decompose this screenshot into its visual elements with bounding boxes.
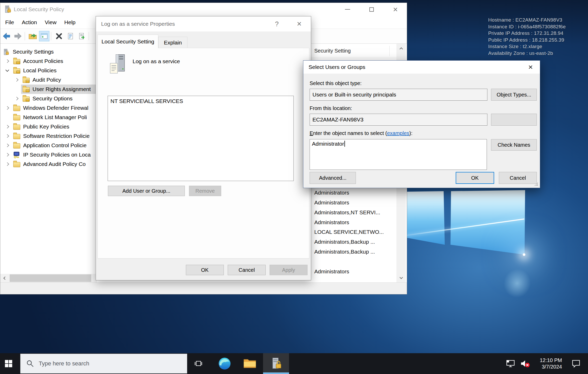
chevron-right-icon[interactable] — [5, 153, 9, 157]
cancel-button[interactable]: Cancel — [228, 265, 266, 275]
tree-item-windows-defender-firewall[interactable]: Windows Defender Firewal — [0, 103, 97, 113]
location-field[interactable]: EC2AMAZ-FAN98V3 — [310, 114, 487, 126]
list-item[interactable]: Administrators — [314, 268, 349, 275]
folder-icon — [13, 162, 20, 167]
tree-item-label: Account Policies — [23, 56, 63, 66]
menu-action[interactable]: Action — [18, 16, 41, 29]
menu-view[interactable]: View — [41, 16, 60, 29]
export-folder-icon[interactable] — [28, 31, 38, 41]
advanced-button[interactable]: Advanced... — [310, 172, 356, 184]
cancel-button[interactable]: Cancel — [499, 172, 537, 184]
scrollbar-thumb[interactable] — [10, 274, 91, 282]
tree-item-account-policies[interactable]: Account Policies — [0, 56, 97, 66]
chevron-down-icon[interactable] — [5, 68, 9, 72]
chevron-right-icon[interactable] — [5, 134, 9, 138]
object-types-button[interactable]: Object Types... — [491, 89, 537, 101]
window-title: Local Security Policy — [14, 3, 64, 16]
folder-icon — [13, 125, 20, 130]
show-console-tree-icon[interactable] — [39, 31, 49, 41]
tree-item-security-options[interactable]: Security Options — [0, 94, 97, 103]
tab-local-security-setting[interactable]: Local Security Setting — [97, 35, 158, 48]
network-icon[interactable] — [504, 353, 518, 374]
chevron-right-icon[interactable] — [5, 162, 9, 166]
add-user-or-group-button[interactable]: Add User or Group... — [108, 186, 185, 196]
windows-logo-icon — [5, 360, 12, 367]
examples-link[interactable]: examples — [387, 130, 409, 136]
tree-item-label: Software Restriction Policie — [23, 131, 90, 141]
locations-button[interactable] — [491, 114, 537, 126]
object-type-field[interactable]: Users or Built-in security principals — [310, 89, 487, 101]
list-item[interactable]: Administrators,Backup ... — [314, 248, 375, 255]
dialog-title: Log on as a service Properties — [101, 16, 175, 31]
menu-file[interactable]: File — [1, 16, 18, 29]
members-listbox[interactable]: NT SERVICE\ALL SERVICES — [108, 96, 294, 181]
tab-explain[interactable]: Explain — [158, 37, 187, 48]
member-entry[interactable]: NT SERVICE\ALL SERVICES — [110, 98, 183, 104]
chevron-right-icon[interactable] — [5, 106, 9, 110]
list-item[interactable]: Administrators — [314, 199, 349, 206]
start-button[interactable] — [0, 353, 17, 374]
back-icon[interactable] — [1, 31, 12, 41]
list-item[interactable]: Administrators,NT SERVI... — [314, 209, 380, 216]
search-input[interactable]: Type here to search — [20, 354, 187, 373]
window-status-strip — [0, 282, 407, 294]
list-item[interactable]: LOCAL SERVICE,NETWO... — [314, 229, 384, 235]
folder-icon — [13, 115, 20, 120]
scroll-down-icon[interactable] — [396, 273, 406, 282]
close-icon[interactable]: × — [291, 16, 307, 31]
tree-item-ip-security-policies[interactable]: IP Security Policies on Loca — [0, 150, 97, 159]
ec2-private-ip: Private IP Address : 172.31.28.94 — [488, 30, 566, 37]
location-label: From this location: — [310, 105, 352, 111]
maximize-button[interactable] — [365, 3, 378, 16]
forward-icon[interactable] — [13, 31, 23, 41]
list-item[interactable]: Administrators,Backup ... — [314, 238, 375, 245]
menu-help[interactable]: Help — [60, 16, 79, 29]
edge-icon[interactable] — [215, 353, 234, 374]
dialog-titlebar[interactable]: Log on as a service Properties ? × — [96, 16, 311, 31]
chevron-right-icon[interactable] — [15, 97, 18, 100]
close-button[interactable]: × — [389, 3, 402, 16]
tree-item-label: Windows Defender Firewal — [23, 103, 88, 113]
tree-item-local-policies[interactable]: Local Policies — [0, 66, 97, 75]
delete-icon[interactable] — [54, 31, 64, 41]
ok-button[interactable]: OK — [456, 172, 494, 184]
scroll-up-icon[interactable] — [396, 44, 406, 53]
column-header-security-setting[interactable]: Security Setting — [311, 44, 396, 58]
list-item[interactable]: Administrators — [314, 189, 349, 196]
tree-item-security-settings[interactable]: Security Settings — [0, 47, 97, 56]
tree-item-user-rights-assignment[interactable]: User Rights Assignment — [0, 85, 97, 94]
volume-muted-icon[interactable] — [518, 353, 532, 374]
help-icon[interactable]: ? — [271, 16, 283, 31]
horizontal-scrollbar[interactable] — [0, 274, 97, 282]
window-titlebar[interactable]: Local Security Policy × — [0, 3, 407, 16]
ec2-availability-zone: Availability Zone : us-east-2b — [488, 50, 566, 57]
search-icon — [26, 360, 34, 367]
chevron-right-icon[interactable] — [5, 59, 9, 63]
taskbar-clock[interactable]: 12:10 PM 3/7/2024 — [533, 353, 562, 374]
local-security-policy-taskbar-icon[interactable] — [263, 353, 289, 374]
scroll-left-icon[interactable] — [0, 274, 9, 282]
tree-item-public-key-policies[interactable]: Public Key Policies — [0, 122, 97, 131]
check-names-button[interactable]: Check Names — [491, 139, 537, 151]
tree-item-advanced-audit-policy[interactable]: Advanced Audit Policy Co — [0, 159, 97, 169]
ok-button[interactable]: OK — [186, 265, 224, 275]
chevron-right-icon[interactable] — [5, 144, 9, 147]
chevron-right-icon[interactable] — [5, 125, 9, 128]
folder-icon — [13, 143, 20, 149]
tree-item-network-list-manager[interactable]: Network List Manager Poli — [0, 113, 97, 122]
export-list-icon[interactable] — [77, 31, 87, 41]
task-view-button[interactable] — [190, 353, 207, 374]
chevron-right-icon[interactable] — [15, 78, 18, 82]
tree-item-audit-policy[interactable]: Audit Policy — [0, 75, 97, 85]
close-icon[interactable]: × — [525, 61, 536, 74]
dialog-titlebar[interactable]: Select Users or Groups × — [303, 61, 540, 74]
file-explorer-icon[interactable] — [240, 353, 259, 374]
object-names-input[interactable]: Administrator — [310, 139, 487, 170]
properties-icon[interactable] — [65, 31, 76, 41]
list-item[interactable]: Administrators — [314, 219, 349, 226]
tree-item-application-control[interactable]: Application Control Policie — [0, 141, 97, 150]
minimize-button[interactable] — [341, 3, 354, 16]
action-center-icon[interactable] — [568, 353, 584, 374]
tree-item-software-restriction[interactable]: Software Restriction Policie — [0, 131, 97, 141]
column-divider[interactable] — [389, 46, 390, 56]
